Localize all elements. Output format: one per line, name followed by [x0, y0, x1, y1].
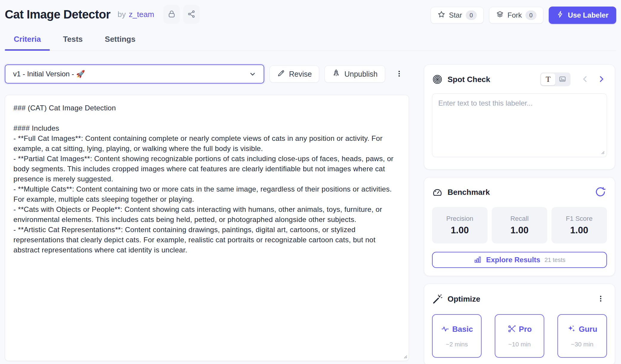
spot-check-title: Spot Check — [448, 75, 490, 84]
input-mode-toggle: T — [540, 73, 571, 86]
rocket-icon — [332, 69, 340, 79]
byline: by z_team — [118, 10, 154, 19]
benchmark-stats: Precision 1.00 Recall 1.00 F1 Score 1.00 — [432, 207, 607, 243]
kebab-menu-icon — [597, 300, 605, 304]
chevron-right-icon — [597, 75, 606, 84]
fork-count-badge: 0 — [525, 10, 537, 20]
tab-bar: Criteria Tests Settings — [5, 32, 616, 51]
use-labeler-label: Use Labeler — [568, 11, 608, 19]
stat-f1-score: F1 Score 1.00 — [551, 207, 607, 243]
tab-criteria[interactable]: Criteria — [5, 32, 50, 50]
more-options-button[interactable] — [393, 67, 405, 81]
fork-label: Fork — [508, 11, 522, 19]
optimize-guru-button[interactable]: Guru ~30 min — [557, 314, 607, 358]
optimize-pro-button[interactable]: Pro ~10 min — [495, 314, 544, 358]
stat-value: 1.00 — [451, 225, 469, 236]
fork-layers-icon — [496, 10, 504, 20]
fork-button[interactable]: Fork 0 — [489, 7, 543, 24]
next-example-button[interactable] — [596, 73, 607, 86]
optimize-options: Basic ~2 mins Pro ~10 min — [432, 314, 607, 358]
optimize-basic-button[interactable]: Basic ~2 mins — [432, 314, 482, 358]
gauge-icon — [432, 187, 443, 198]
benchmark-panel: Benchmark Precision 1.00 Recall — [424, 177, 615, 276]
optimize-guru-label: Guru — [579, 325, 597, 334]
unpublish-label: Unpublish — [344, 70, 377, 78]
stat-label: Precision — [446, 215, 473, 223]
page-title: Cat Image Detector — [5, 8, 110, 21]
stat-value: 1.00 — [511, 225, 528, 236]
optimize-pro-label: Pro — [519, 325, 532, 334]
tab-settings[interactable]: Settings — [96, 32, 145, 50]
star-label: Star — [449, 11, 462, 19]
pulse-icon — [441, 324, 450, 334]
criteria-column: v1 - Initial Version - 🚀 Revise — [5, 64, 409, 364]
version-toolbar: v1 - Initial Version - 🚀 Revise — [5, 64, 409, 84]
optimize-menu-button[interactable] — [594, 292, 607, 306]
optimize-basic-time: ~2 mins — [446, 341, 468, 348]
content-area: v1 - Initial Version - 🚀 Revise — [5, 64, 616, 364]
refresh-benchmark-button[interactable] — [594, 185, 607, 199]
unpublish-button[interactable]: Unpublish — [325, 65, 385, 83]
image-mode-button[interactable] — [555, 73, 570, 85]
author-link[interactable]: z_team — [129, 10, 154, 19]
stat-recall: Recall 1.00 — [492, 207, 547, 243]
stat-value: 1.00 — [570, 225, 588, 236]
revise-label: Revise — [289, 70, 312, 78]
optimize-title: Optimize — [448, 294, 480, 304]
criteria-editor-textarea[interactable]: ### (CAT) Cat Image Detection #### Inclu… — [5, 95, 409, 361]
optimize-pro-time: ~10 min — [508, 341, 531, 348]
sparkles-icon — [567, 324, 576, 334]
revise-button[interactable]: Revise — [270, 65, 319, 83]
resize-grip-icon[interactable] — [600, 150, 605, 155]
text-mode-button[interactable]: T — [541, 73, 555, 85]
version-select-value: v1 - Initial Version - 🚀 — [13, 70, 85, 78]
header-actions: Star 0 Fork 0 Use Labeler — [431, 5, 616, 24]
pencil-icon — [277, 69, 285, 79]
byline-prefix: by — [118, 10, 126, 19]
bar-chart-icon — [474, 255, 482, 265]
resize-grip-icon[interactable] — [402, 354, 407, 360]
version-select[interactable]: v1 - Initial Version - 🚀 — [5, 64, 264, 84]
kebab-menu-icon — [395, 75, 403, 79]
lock-icon — [167, 10, 176, 19]
chevron-down-icon — [248, 70, 257, 78]
star-icon — [437, 10, 445, 20]
benchmark-title: Benchmark — [448, 188, 490, 197]
optimize-guru-time: ~30 min — [571, 341, 593, 348]
share-icon — [187, 10, 196, 19]
use-labeler-button[interactable]: Use Labeler — [549, 7, 616, 24]
bullseye-target-icon — [432, 74, 443, 85]
chevron-left-icon — [581, 75, 590, 84]
share-button[interactable] — [183, 5, 200, 24]
page-header: Cat Image Detector by z_team — [5, 0, 616, 24]
star-button[interactable]: Star 0 — [431, 7, 484, 24]
private-lock-button[interactable] — [163, 5, 180, 24]
labeler-page: Cat Image Detector by z_team — [0, 0, 621, 364]
spot-check-input[interactable] — [432, 93, 607, 157]
optimize-basic-label: Basic — [452, 325, 473, 334]
explore-results-meta: 21 tests — [545, 257, 565, 263]
optimize-panel: Optimize Basic — [424, 284, 615, 364]
tab-tests[interactable]: Tests — [54, 32, 92, 50]
explore-results-label: Explore Results — [486, 256, 540, 264]
refresh-icon — [595, 186, 606, 198]
prev-example-button[interactable] — [580, 73, 591, 86]
star-count-badge: 0 — [466, 10, 477, 20]
side-panels: Spot Check T — [424, 64, 615, 364]
image-icon — [559, 75, 566, 84]
title-group: Cat Image Detector by z_team — [5, 5, 200, 24]
stat-label: Recall — [510, 215, 528, 223]
stat-precision: Precision 1.00 — [432, 207, 488, 243]
spot-check-panel: Spot Check T — [424, 64, 615, 169]
lightning-bolt-icon — [557, 10, 564, 20]
explore-results-button[interactable]: Explore Results 21 tests — [432, 252, 607, 268]
stat-label: F1 Score — [566, 215, 592, 223]
magic-wand-icon — [432, 294, 443, 305]
tools-icon — [507, 324, 516, 334]
